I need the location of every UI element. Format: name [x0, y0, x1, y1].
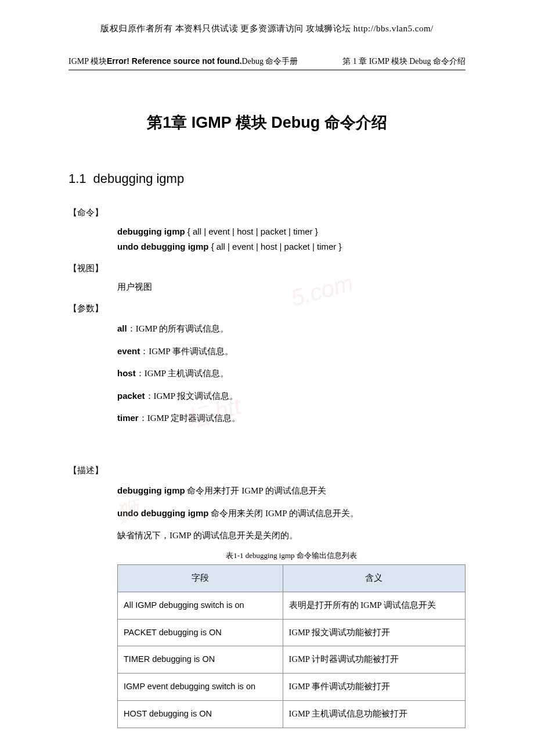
- section-number: 1.1: [68, 171, 86, 186]
- header-left-error: Error! Reference source not found.: [107, 56, 242, 66]
- syntax2-bold: undo debugging igmp: [117, 242, 208, 251]
- cell-meaning: IGMP 计时器调试功能被打开: [283, 646, 465, 674]
- table-row: PACKET debugging is ON IGMP 报文调试功能被打开: [118, 619, 466, 646]
- table-header-row: 字段 含义: [118, 565, 466, 592]
- table-row: TIMER debugging is ON IGMP 计时器调试功能被打开: [118, 646, 466, 674]
- label-param: 【参数】: [68, 302, 466, 315]
- param-name: host: [117, 368, 136, 378]
- th-meaning: 含义: [283, 565, 465, 592]
- cell-field: PACKET debugging is ON: [118, 619, 283, 646]
- header-left-prefix: IGMP 模块: [68, 57, 107, 66]
- label-desc: 【描述】: [68, 464, 466, 477]
- syntax1-bold: debugging igmp: [117, 226, 185, 236]
- table-row: HOST debugging is ON IGMP 主机调试信息功能被打开: [118, 700, 466, 728]
- param-text: IGMP 报文调试信息。: [154, 391, 239, 401]
- desc-line-2: undo debugging igmp 命令用来关闭 IGMP 的调试信息开关。: [117, 505, 466, 522]
- page-header: IGMP 模块Error! Reference source not found…: [68, 55, 466, 70]
- param-text: IGMP 定时器调试信息。: [147, 413, 241, 423]
- param-text: IGMP 的所有调试信息。: [136, 324, 229, 333]
- cell-field: All IGMP debugging switch is on: [118, 592, 283, 619]
- syntax2-rest: { all | event | host | packet | timer }: [208, 242, 341, 251]
- cell-meaning: 表明是打开所有的 IGMP 调试信息开关: [283, 592, 465, 619]
- output-table: 字段 含义 All IGMP debugging switch is on 表明…: [117, 564, 466, 728]
- syntax1-rest: { all | event | host | packet | timer }: [185, 226, 318, 236]
- syntax-line-2: undo debugging igmp { all | event | host…: [117, 240, 466, 254]
- param-text: IGMP 事件调试信息。: [149, 347, 233, 356]
- param-sep: ：: [140, 347, 149, 356]
- table-caption: 表1-1 debugging igmp 命令输出信息列表: [117, 550, 466, 561]
- param-text: IGMP 主机调试信息。: [145, 369, 229, 378]
- param-all: all：IGMP 的所有调试信息。: [117, 321, 466, 337]
- param-sep: ：: [139, 413, 147, 423]
- copyright-note: 版权归原作者所有 本资料只供试读 更多资源请访问 攻城狮论坛 http://bb…: [68, 22, 466, 35]
- cell-field: IGMP event debugging switch is on: [118, 674, 283, 701]
- cell-meaning: IGMP 事件调试功能被打开: [283, 674, 465, 701]
- param-name: event: [117, 346, 140, 356]
- section-name: debugging igmp: [93, 171, 185, 186]
- param-event: event：IGMP 事件调试信息。: [117, 343, 466, 360]
- param-sep: ：: [127, 324, 136, 333]
- desc-line-1: debugging igmp 命令用来打开 IGMP 的调试信息开关: [117, 483, 466, 499]
- th-field: 字段: [118, 565, 283, 592]
- page: 5.com 坛 htt 狮 版权归原作者所有 本资料只供试读 更多资源请访问 攻…: [0, 0, 534, 756]
- cell-field: HOST debugging is ON: [118, 700, 283, 728]
- desc1-bold: debugging igmp: [117, 485, 185, 495]
- desc-line-3: 缺省情况下，IGMP 的调试信息开关是关闭的。: [117, 527, 466, 544]
- view-text: 用户视图: [117, 280, 466, 294]
- param-packet: packet：IGMP 报文调试信息。: [117, 388, 466, 405]
- syntax-line-1: debugging igmp { all | event | host | pa…: [117, 225, 466, 239]
- label-view: 【视图】: [68, 262, 466, 275]
- desc2-bold: undo debugging igmp: [117, 508, 208, 518]
- cell-meaning: IGMP 报文调试功能被打开: [283, 619, 465, 646]
- table-row: All IGMP debugging switch is on 表明是打开所有的…: [118, 592, 466, 619]
- label-command: 【命令】: [68, 206, 466, 219]
- param-sep: ：: [145, 391, 154, 401]
- header-left-suffix: Debug 命令手册: [242, 57, 298, 66]
- param-name: all: [117, 323, 127, 333]
- param-sep: ：: [136, 369, 145, 378]
- section-heading: 1.1 debugging igmp: [68, 168, 466, 189]
- desc1-rest: 命令用来打开 IGMP 的调试信息开关: [185, 486, 326, 495]
- cell-meaning: IGMP 主机调试信息功能被打开: [283, 700, 465, 728]
- param-host: host：IGMP 主机调试信息。: [117, 365, 466, 382]
- chapter-title: 第1章 IGMP 模块 Debug 命令介绍: [68, 111, 466, 135]
- cell-field: TIMER debugging is ON: [118, 646, 283, 674]
- param-timer: timer：IGMP 定时器调试信息。: [117, 410, 466, 427]
- param-name: timer: [117, 413, 139, 423]
- table-row: IGMP event debugging switch is on IGMP 事…: [118, 674, 466, 701]
- header-left: IGMP 模块Error! Reference source not found…: [68, 55, 298, 67]
- desc2-rest: 命令用来关闭 IGMP 的调试信息开关。: [208, 509, 358, 518]
- param-name: packet: [117, 391, 145, 401]
- header-right: 第 1 章 IGMP 模块 Debug 命令介绍: [342, 55, 466, 67]
